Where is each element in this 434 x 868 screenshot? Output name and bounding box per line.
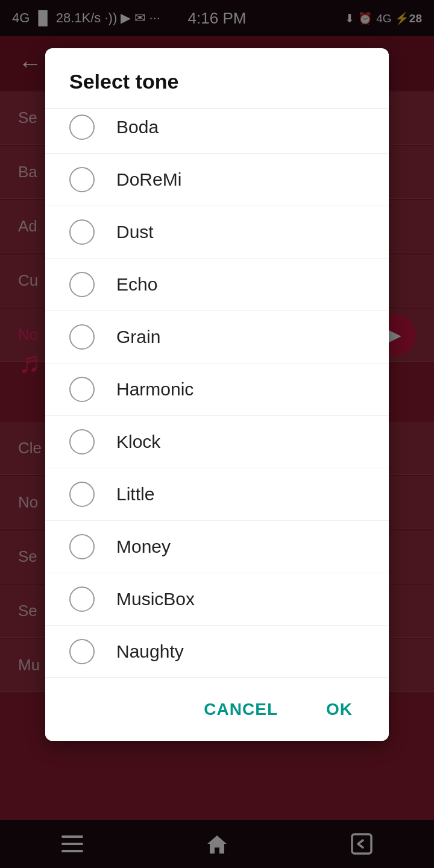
radio-grain[interactable] — [69, 324, 95, 350]
tone-label-boda: Boda — [116, 117, 159, 137]
tone-option-money[interactable]: Money — [45, 521, 389, 573]
tone-label-dust: Dust — [116, 222, 154, 242]
tone-label-klock: Klock — [116, 432, 160, 452]
tone-label-little: Little — [116, 484, 154, 505]
radio-harmonic[interactable] — [69, 377, 95, 402]
cancel-button[interactable]: CANCEL — [186, 690, 296, 729]
tone-option-dust[interactable]: Dust — [45, 206, 389, 259]
tone-label-harmonic: Harmonic — [116, 379, 193, 400]
tone-label-naughty: Naughty — [116, 641, 184, 662]
tone-option-little[interactable]: Little — [45, 468, 389, 521]
tone-option-musicbox[interactable]: MusicBox — [45, 573, 389, 626]
radio-klock[interactable] — [69, 429, 95, 454]
radio-money[interactable] — [69, 534, 95, 559]
tone-label-grain: Grain — [116, 327, 160, 347]
radio-naughty[interactable] — [69, 639, 95, 664]
tone-option-grain[interactable]: Grain — [45, 311, 389, 363]
radio-musicbox[interactable] — [69, 587, 95, 612]
tone-option-harmonic[interactable]: Harmonic — [45, 363, 389, 416]
radio-doremi[interactable] — [69, 167, 95, 192]
radio-boda[interactable] — [69, 115, 95, 140]
tone-label-money: Money — [116, 536, 171, 557]
radio-little[interactable] — [69, 482, 95, 507]
tone-label-musicbox: MusicBox — [116, 589, 195, 609]
tone-label-echo: Echo — [116, 274, 157, 295]
tone-option-boda[interactable]: Boda — [45, 108, 389, 154]
tone-label-doremi: DoReMi — [116, 169, 181, 190]
ok-button[interactable]: OK — [308, 690, 371, 729]
tone-option-doremi[interactable]: DoReMi — [45, 154, 389, 206]
tone-option-echo[interactable]: Echo — [45, 259, 389, 311]
tone-option-klock[interactable]: Klock — [45, 416, 389, 468]
radio-echo[interactable] — [69, 272, 95, 297]
tone-option-naughty[interactable]: Naughty — [45, 626, 389, 678]
radio-dust[interactable] — [69, 219, 95, 245]
dialog-scroll-area[interactable]: Boda DoReMi Dust Echo Grain Harmonic — [45, 108, 389, 678]
dialog-title: Select tone — [45, 48, 389, 108]
select-tone-dialog: Select tone Boda DoReMi Dust Echo Grain — [45, 48, 389, 741]
dialog-actions: CANCEL OK — [45, 678, 389, 741]
